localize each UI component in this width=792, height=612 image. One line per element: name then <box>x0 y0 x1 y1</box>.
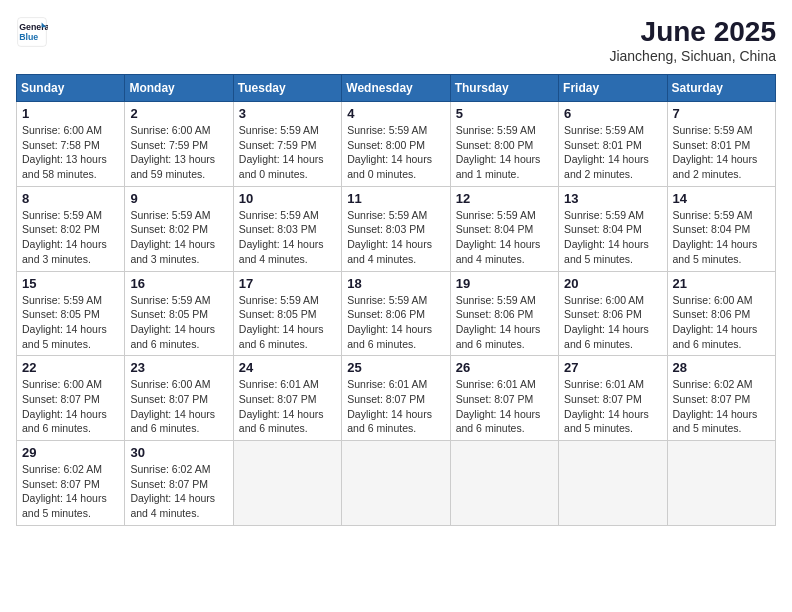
calendar-day-cell: 16Sunrise: 5:59 AM Sunset: 8:05 PM Dayli… <box>125 271 233 356</box>
day-number: 12 <box>456 191 553 206</box>
day-number: 26 <box>456 360 553 375</box>
calendar-day-cell: 10Sunrise: 5:59 AM Sunset: 8:03 PM Dayli… <box>233 186 341 271</box>
day-info: Sunrise: 5:59 AM Sunset: 8:04 PM Dayligh… <box>673 208 770 267</box>
day-number: 24 <box>239 360 336 375</box>
day-number: 8 <box>22 191 119 206</box>
day-info: Sunrise: 6:01 AM Sunset: 8:07 PM Dayligh… <box>347 377 444 436</box>
day-number: 20 <box>564 276 661 291</box>
calendar-day-cell: 22Sunrise: 6:00 AM Sunset: 8:07 PM Dayli… <box>17 356 125 441</box>
day-info: Sunrise: 5:59 AM Sunset: 8:04 PM Dayligh… <box>564 208 661 267</box>
calendar-table: SundayMondayTuesdayWednesdayThursdayFrid… <box>16 74 776 526</box>
day-number: 22 <box>22 360 119 375</box>
calendar-day-cell: 27Sunrise: 6:01 AM Sunset: 8:07 PM Dayli… <box>559 356 667 441</box>
calendar-day-cell: 17Sunrise: 5:59 AM Sunset: 8:05 PM Dayli… <box>233 271 341 356</box>
day-number: 30 <box>130 445 227 460</box>
day-info: Sunrise: 6:00 AM Sunset: 8:06 PM Dayligh… <box>564 293 661 352</box>
day-number: 2 <box>130 106 227 121</box>
day-info: Sunrise: 6:00 AM Sunset: 7:59 PM Dayligh… <box>130 123 227 182</box>
day-number: 23 <box>130 360 227 375</box>
day-info: Sunrise: 5:59 AM Sunset: 8:02 PM Dayligh… <box>130 208 227 267</box>
day-of-week-header: Monday <box>125 75 233 102</box>
day-of-week-header: Saturday <box>667 75 775 102</box>
calendar-day-cell: 5Sunrise: 5:59 AM Sunset: 8:00 PM Daylig… <box>450 102 558 187</box>
page-header: General Blue June 2025 Jiancheng, Sichua… <box>16 16 776 64</box>
calendar-week-row: 1Sunrise: 6:00 AM Sunset: 7:58 PM Daylig… <box>17 102 776 187</box>
day-of-week-header: Friday <box>559 75 667 102</box>
calendar-day-cell: 23Sunrise: 6:00 AM Sunset: 8:07 PM Dayli… <box>125 356 233 441</box>
day-info: Sunrise: 6:02 AM Sunset: 8:07 PM Dayligh… <box>673 377 770 436</box>
day-info: Sunrise: 6:01 AM Sunset: 8:07 PM Dayligh… <box>239 377 336 436</box>
calendar-day-cell: 28Sunrise: 6:02 AM Sunset: 8:07 PM Dayli… <box>667 356 775 441</box>
day-of-week-header: Thursday <box>450 75 558 102</box>
title-section: June 2025 Jiancheng, Sichuan, China <box>609 16 776 64</box>
calendar-day-cell: 8Sunrise: 5:59 AM Sunset: 8:02 PM Daylig… <box>17 186 125 271</box>
day-info: Sunrise: 5:59 AM Sunset: 8:05 PM Dayligh… <box>130 293 227 352</box>
calendar-day-cell: 2Sunrise: 6:00 AM Sunset: 7:59 PM Daylig… <box>125 102 233 187</box>
day-info: Sunrise: 5:59 AM Sunset: 8:00 PM Dayligh… <box>456 123 553 182</box>
calendar-day-cell: 13Sunrise: 5:59 AM Sunset: 8:04 PM Dayli… <box>559 186 667 271</box>
day-number: 21 <box>673 276 770 291</box>
day-info: Sunrise: 5:59 AM Sunset: 8:00 PM Dayligh… <box>347 123 444 182</box>
day-number: 27 <box>564 360 661 375</box>
calendar-week-row: 29Sunrise: 6:02 AM Sunset: 8:07 PM Dayli… <box>17 441 776 526</box>
day-number: 15 <box>22 276 119 291</box>
day-info: Sunrise: 5:59 AM Sunset: 8:03 PM Dayligh… <box>347 208 444 267</box>
day-info: Sunrise: 5:59 AM Sunset: 8:01 PM Dayligh… <box>673 123 770 182</box>
day-number: 4 <box>347 106 444 121</box>
calendar-day-cell: 1Sunrise: 6:00 AM Sunset: 7:58 PM Daylig… <box>17 102 125 187</box>
logo: General Blue <box>16 16 48 48</box>
calendar-day-cell <box>342 441 450 526</box>
day-number: 6 <box>564 106 661 121</box>
calendar-day-cell: 29Sunrise: 6:02 AM Sunset: 8:07 PM Dayli… <box>17 441 125 526</box>
logo-icon: General Blue <box>16 16 48 48</box>
calendar-day-cell: 20Sunrise: 6:00 AM Sunset: 8:06 PM Dayli… <box>559 271 667 356</box>
calendar-week-row: 8Sunrise: 5:59 AM Sunset: 8:02 PM Daylig… <box>17 186 776 271</box>
calendar-day-cell: 7Sunrise: 5:59 AM Sunset: 8:01 PM Daylig… <box>667 102 775 187</box>
calendar-day-cell: 12Sunrise: 5:59 AM Sunset: 8:04 PM Dayli… <box>450 186 558 271</box>
day-number: 7 <box>673 106 770 121</box>
day-number: 3 <box>239 106 336 121</box>
day-info: Sunrise: 5:59 AM Sunset: 8:05 PM Dayligh… <box>239 293 336 352</box>
calendar-day-cell <box>233 441 341 526</box>
day-info: Sunrise: 5:59 AM Sunset: 8:06 PM Dayligh… <box>347 293 444 352</box>
calendar-day-cell: 4Sunrise: 5:59 AM Sunset: 8:00 PM Daylig… <box>342 102 450 187</box>
calendar-day-cell: 9Sunrise: 5:59 AM Sunset: 8:02 PM Daylig… <box>125 186 233 271</box>
main-title: June 2025 <box>609 16 776 48</box>
day-info: Sunrise: 5:59 AM Sunset: 8:02 PM Dayligh… <box>22 208 119 267</box>
svg-text:Blue: Blue <box>19 32 38 42</box>
day-number: 25 <box>347 360 444 375</box>
calendar-day-cell: 21Sunrise: 6:00 AM Sunset: 8:06 PM Dayli… <box>667 271 775 356</box>
calendar-day-cell: 15Sunrise: 5:59 AM Sunset: 8:05 PM Dayli… <box>17 271 125 356</box>
calendar-day-cell: 25Sunrise: 6:01 AM Sunset: 8:07 PM Dayli… <box>342 356 450 441</box>
day-info: Sunrise: 5:59 AM Sunset: 8:04 PM Dayligh… <box>456 208 553 267</box>
day-number: 17 <box>239 276 336 291</box>
calendar-week-row: 22Sunrise: 6:00 AM Sunset: 8:07 PM Dayli… <box>17 356 776 441</box>
calendar-week-row: 15Sunrise: 5:59 AM Sunset: 8:05 PM Dayli… <box>17 271 776 356</box>
day-info: Sunrise: 5:59 AM Sunset: 7:59 PM Dayligh… <box>239 123 336 182</box>
calendar-day-cell: 18Sunrise: 5:59 AM Sunset: 8:06 PM Dayli… <box>342 271 450 356</box>
day-number: 13 <box>564 191 661 206</box>
day-info: Sunrise: 6:00 AM Sunset: 7:58 PM Dayligh… <box>22 123 119 182</box>
day-number: 1 <box>22 106 119 121</box>
svg-text:General: General <box>19 22 48 32</box>
calendar-day-cell: 14Sunrise: 5:59 AM Sunset: 8:04 PM Dayli… <box>667 186 775 271</box>
day-number: 18 <box>347 276 444 291</box>
day-number: 10 <box>239 191 336 206</box>
calendar-day-cell: 6Sunrise: 5:59 AM Sunset: 8:01 PM Daylig… <box>559 102 667 187</box>
calendar-day-cell <box>667 441 775 526</box>
day-info: Sunrise: 5:59 AM Sunset: 8:01 PM Dayligh… <box>564 123 661 182</box>
day-info: Sunrise: 5:59 AM Sunset: 8:05 PM Dayligh… <box>22 293 119 352</box>
day-number: 29 <box>22 445 119 460</box>
calendar-day-cell: 19Sunrise: 5:59 AM Sunset: 8:06 PM Dayli… <box>450 271 558 356</box>
day-info: Sunrise: 6:00 AM Sunset: 8:07 PM Dayligh… <box>22 377 119 436</box>
day-info: Sunrise: 6:01 AM Sunset: 8:07 PM Dayligh… <box>456 377 553 436</box>
day-number: 28 <box>673 360 770 375</box>
day-info: Sunrise: 5:59 AM Sunset: 8:06 PM Dayligh… <box>456 293 553 352</box>
day-info: Sunrise: 6:01 AM Sunset: 8:07 PM Dayligh… <box>564 377 661 436</box>
subtitle: Jiancheng, Sichuan, China <box>609 48 776 64</box>
day-of-week-header: Wednesday <box>342 75 450 102</box>
day-info: Sunrise: 6:00 AM Sunset: 8:07 PM Dayligh… <box>130 377 227 436</box>
day-number: 11 <box>347 191 444 206</box>
day-number: 9 <box>130 191 227 206</box>
calendar-day-cell: 3Sunrise: 5:59 AM Sunset: 7:59 PM Daylig… <box>233 102 341 187</box>
